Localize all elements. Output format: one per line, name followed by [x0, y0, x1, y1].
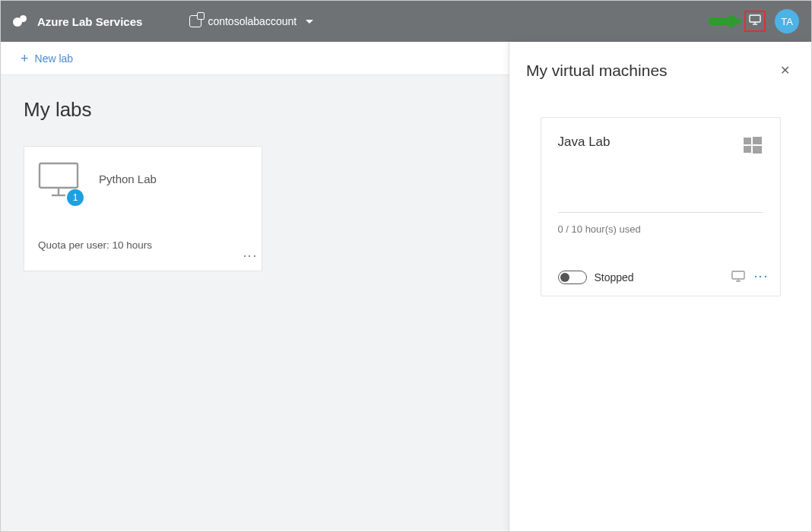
monitor-icon	[749, 14, 761, 28]
lab-pc-icon-wrap: 1	[38, 162, 79, 200]
brand[interactable]: Azure Lab Services	[13, 15, 142, 28]
svg-rect-10	[732, 271, 744, 279]
vm-panel: My virtual machines ✕ Java Lab 0 / 10 ho…	[509, 42, 811, 531]
vm-name: Java Lab	[558, 135, 611, 150]
user-avatar[interactable]: TA	[775, 9, 799, 33]
vm-button-highlight	[729, 11, 766, 32]
vm-power-toggle[interactable]	[558, 271, 587, 284]
green-arrow-icon	[729, 14, 743, 29]
lab-vm-count-badge: 1	[67, 189, 84, 206]
azure-cloud-icon	[13, 15, 30, 27]
svg-rect-7	[753, 137, 762, 144]
vm-usage: 0 / 10 hour(s) used	[558, 223, 763, 235]
quota-row: Quota per user: 10 hours	[38, 239, 248, 251]
vm-actions: ⋮	[731, 270, 763, 285]
svg-rect-9	[753, 146, 762, 154]
topbar-right: TA	[729, 9, 799, 33]
panel-title: My virtual machines	[526, 62, 668, 80]
svg-rect-0	[750, 15, 760, 22]
divider	[558, 212, 763, 213]
brand-label: Azure Lab Services	[37, 15, 142, 28]
avatar-initials: TA	[781, 16, 793, 27]
my-vms-button[interactable]	[744, 11, 766, 32]
svg-rect-3	[40, 163, 78, 188]
vm-more-menu[interactable]: ⋮	[757, 270, 763, 285]
lab-card[interactable]: 1 Python Lab Quota per user: 10 hours ⋮	[24, 146, 262, 271]
vm-status: Stopped	[595, 271, 634, 283]
lab-card-menu[interactable]: ⋮	[247, 249, 252, 264]
svg-rect-8	[744, 146, 751, 153]
lab-name: Python Lab	[99, 173, 157, 185]
new-lab-button[interactable]: + New lab	[21, 52, 73, 65]
vm-card: Java Lab 0 / 10 hour(s) used Stopped	[541, 117, 781, 296]
lab-account-dropdown[interactable]: contosolabaccount	[189, 15, 313, 27]
plus-icon: +	[21, 52, 29, 65]
chevron-down-icon	[306, 20, 313, 24]
topbar: Azure Lab Services contosolabaccount TA	[1, 1, 811, 42]
quota-label: Quota per user:	[38, 239, 113, 251]
new-lab-label: New lab	[35, 52, 74, 65]
account-name: contosolabaccount	[208, 15, 297, 27]
svg-rect-6	[744, 138, 751, 144]
connect-icon[interactable]	[731, 271, 745, 285]
resource-group-icon	[189, 15, 201, 27]
windows-icon	[742, 135, 763, 159]
close-panel-button[interactable]: ✕	[776, 60, 795, 81]
quota-value: 10 hours	[113, 239, 153, 251]
close-icon: ✕	[780, 64, 790, 77]
panel-header: My virtual machines ✕	[526, 60, 795, 81]
